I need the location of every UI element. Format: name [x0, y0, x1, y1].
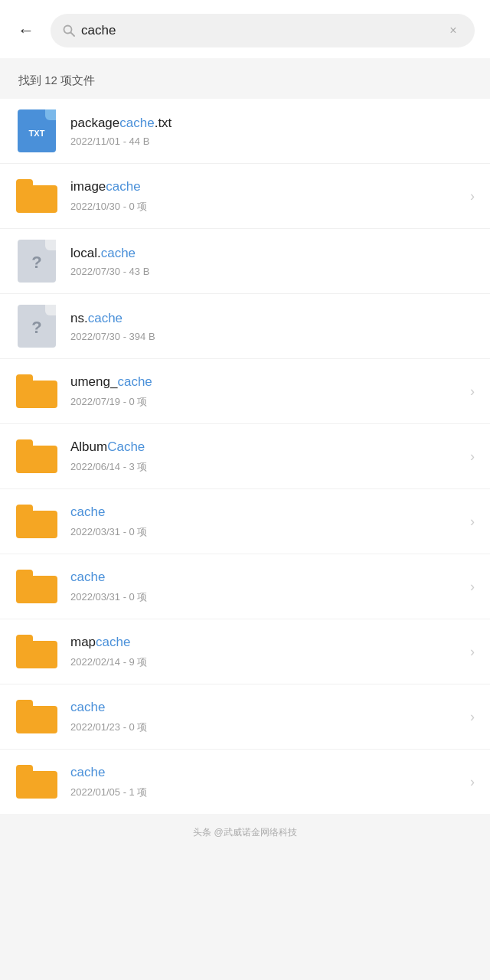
- list-item[interactable]: AlbumCache 2022/06/14 - 3 项 ›: [0, 424, 490, 489]
- watermark: 头条 @武威诺金网络科技: [0, 814, 490, 851]
- list-item[interactable]: imagecache 2022/10/30 - 0 项 ›: [0, 164, 490, 229]
- search-icon: [63, 24, 75, 37]
- txt-file-icon: TXT: [15, 109, 58, 152]
- file-info: imagecache 2022/10/30 - 0 项: [70, 178, 458, 213]
- unknown-file-icon: ?: [15, 240, 58, 283]
- list-item[interactable]: cache 2022/03/31 - 0 项 ›: [0, 489, 490, 554]
- list-item[interactable]: cache 2022/03/31 - 0 项 ›: [0, 554, 490, 619]
- file-meta: 2022/01/05 - 1 项: [70, 786, 458, 799]
- file-meta: 2022/07/30 - 43 B: [70, 266, 475, 277]
- file-info: mapcache 2022/02/14 - 9 项: [70, 634, 458, 668]
- unknown-file-icon: ?: [15, 305, 58, 348]
- folder-icon: [15, 500, 58, 543]
- back-button[interactable]: ←: [11, 15, 41, 46]
- folder-icon: [15, 630, 58, 673]
- result-count: 找到 12 项文件: [0, 58, 490, 99]
- file-name: AlbumCache: [70, 439, 458, 456]
- file-info: local.cache 2022/07/30 - 43 B: [70, 245, 475, 277]
- chevron-icon: ›: [470, 579, 475, 595]
- file-name: local.cache: [70, 245, 475, 262]
- file-meta: 2022/02/14 - 9 项: [70, 655, 458, 669]
- file-info: ns.cache 2022/07/30 - 394 B: [70, 310, 475, 342]
- svg-line-1: [71, 33, 75, 37]
- file-name: cache: [70, 504, 458, 521]
- list-item[interactable]: ? ns.cache 2022/07/30 - 394 B: [0, 294, 490, 359]
- file-name: cache: [70, 569, 458, 586]
- file-info: cache 2022/03/31 - 0 项: [70, 569, 458, 603]
- file-name: ns.cache: [70, 310, 475, 327]
- file-list: TXT packagecache.txt 2022/11/01 - 44 B i…: [0, 99, 490, 814]
- file-name: umeng_cache: [70, 374, 458, 390]
- file-info: cache 2022/03/31 - 0 项: [70, 504, 458, 538]
- folder-icon: [15, 565, 58, 608]
- chevron-icon: ›: [470, 449, 475, 465]
- file-meta: 2022/10/30 - 0 项: [70, 200, 458, 214]
- file-info: packagecache.txt 2022/11/01 - 44 B: [70, 115, 475, 147]
- folder-icon: [15, 760, 58, 803]
- file-name: mapcache: [70, 634, 458, 651]
- file-name: cache: [70, 699, 458, 716]
- file-info: cache 2022/01/05 - 1 项: [70, 764, 458, 799]
- file-info: cache 2022/01/23 - 0 项: [70, 699, 458, 733]
- chevron-icon: ›: [470, 188, 475, 204]
- list-item[interactable]: cache 2022/01/05 - 1 项 ›: [0, 750, 490, 814]
- file-name: packagecache.txt: [70, 115, 475, 132]
- list-item[interactable]: umeng_cache 2022/07/19 - 0 项 ›: [0, 359, 490, 424]
- list-item[interactable]: TXT packagecache.txt 2022/11/01 - 44 B: [0, 99, 490, 164]
- back-arrow-icon: ←: [18, 21, 34, 41]
- header: ← ×: [0, 0, 490, 58]
- folder-icon: [15, 695, 58, 738]
- file-meta: 2022/01/23 - 0 项: [70, 720, 458, 734]
- search-bar: ×: [51, 14, 475, 47]
- file-info: AlbumCache 2022/06/14 - 3 项: [70, 439, 458, 473]
- file-name: imagecache: [70, 178, 458, 195]
- list-item[interactable]: ? local.cache 2022/07/30 - 43 B: [0, 229, 490, 294]
- file-meta: 2022/07/30 - 394 B: [70, 331, 475, 342]
- chevron-icon: ›: [470, 384, 475, 400]
- file-meta: 2022/07/19 - 0 项: [70, 395, 458, 409]
- file-meta: 2022/03/31 - 0 项: [70, 525, 458, 539]
- file-meta: 2022/03/31 - 0 项: [70, 590, 458, 604]
- chevron-icon: ›: [470, 774, 475, 790]
- list-item[interactable]: mapcache 2022/02/14 - 9 项 ›: [0, 619, 490, 684]
- list-item[interactable]: cache 2022/01/23 - 0 项 ›: [0, 684, 490, 750]
- chevron-icon: ›: [470, 514, 475, 530]
- folder-icon: [15, 435, 58, 478]
- clear-button[interactable]: ×: [444, 21, 462, 40]
- folder-icon: [15, 370, 58, 413]
- chevron-icon: ›: [470, 644, 475, 660]
- folder-icon: [15, 175, 58, 217]
- search-input[interactable]: [81, 23, 438, 38]
- file-meta: 2022/06/14 - 3 项: [70, 460, 458, 474]
- file-name: cache: [70, 764, 458, 781]
- file-info: umeng_cache 2022/07/19 - 0 项: [70, 374, 458, 408]
- file-meta: 2022/11/01 - 44 B: [70, 136, 475, 147]
- chevron-icon: ›: [470, 709, 475, 725]
